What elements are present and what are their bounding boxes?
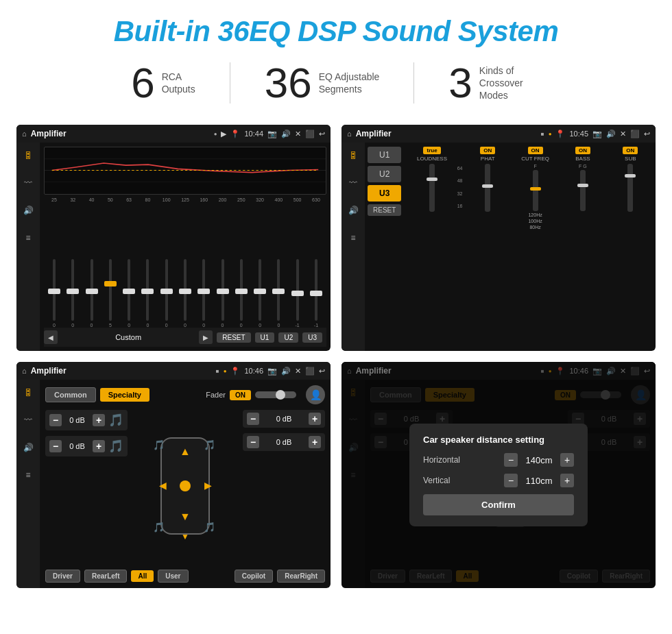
eq-slider-13[interactable]: -1 <box>289 259 307 328</box>
rr-minus[interactable]: − <box>247 436 259 448</box>
common-tab[interactable]: Common <box>45 387 96 402</box>
eq-slider-11[interactable]: 0 <box>251 259 269 328</box>
window-icon[interactable]: ⬛ <box>305 130 315 138</box>
home-icon-2[interactable]: ⌂ <box>347 130 352 138</box>
u1-btn[interactable]: U1 <box>368 147 401 163</box>
cutfreq-label: CUT FREQ <box>521 156 549 162</box>
bass-slider[interactable] <box>580 170 586 211</box>
all-btn[interactable]: All <box>131 570 154 582</box>
u1-button[interactable]: U1 <box>255 332 275 343</box>
u3-btn[interactable]: U3 <box>368 185 401 202</box>
eq-slider-6[interactable]: 0 <box>158 259 176 328</box>
fader-slider[interactable] <box>255 391 296 398</box>
volume-icon-3[interactable]: 🔊 <box>281 367 291 376</box>
close-icon[interactable]: ✕ <box>295 130 301 138</box>
eq-next-btn[interactable]: ▶ <box>199 330 213 344</box>
reset-button[interactable]: RESET <box>217 332 250 343</box>
screen-crossover-time: 10:45 <box>569 130 588 138</box>
eq-slider-12[interactable]: 0 <box>269 259 287 328</box>
waveform-icon-2[interactable]: 〰 <box>346 175 361 191</box>
camera-icon-2[interactable]: 📷 <box>592 130 602 138</box>
sub-slider[interactable] <box>627 164 633 212</box>
volume-icon-2[interactable]: 🔊 <box>606 130 616 138</box>
back-icon-3[interactable]: ↩ <box>319 367 325 376</box>
rr-plus[interactable]: + <box>309 436 321 448</box>
vertical-minus[interactable]: − <box>504 474 518 487</box>
horizontal-minus[interactable]: − <box>504 453 518 467</box>
eq-icon-2[interactable]: 🎛 <box>346 148 361 163</box>
play-icon[interactable]: ▶ <box>221 130 226 138</box>
eq-icon-3[interactable]: 🎛 <box>21 385 36 400</box>
close-icon-2[interactable]: ✕ <box>620 130 626 138</box>
eq-slider-14[interactable]: -1 <box>307 259 325 328</box>
back-icon[interactable]: ↩ <box>319 130 325 138</box>
driver-btn[interactable]: Driver <box>45 570 80 583</box>
freq-label-4: 63 <box>120 197 138 202</box>
eq-prev-btn[interactable]: ◀ <box>44 330 58 344</box>
rearleft-btn[interactable]: RearLeft <box>84 570 128 583</box>
eq-slider-1[interactable]: 0 <box>64 259 82 328</box>
waveform-icon-3[interactable]: 〰 <box>21 413 36 428</box>
home-icon-3[interactable]: ⌂ <box>22 367 27 375</box>
eq-slider-8[interactable]: 0 <box>195 259 213 328</box>
camera-icon-3[interactable]: 📷 <box>267 367 277 376</box>
avatar-btn[interactable]: 👤 <box>306 385 325 404</box>
rearright-btn[interactable]: RearRight <box>277 570 325 583</box>
vertical-plus[interactable]: + <box>560 474 574 487</box>
user-btn[interactable]: User <box>158 570 188 583</box>
eq-slider-7[interactable]: 0 <box>176 259 194 328</box>
phat-label: PHAT <box>481 156 495 162</box>
horizontal-plus[interactable]: + <box>560 453 574 467</box>
eq-slider-4[interactable]: 0 <box>120 259 138 328</box>
svg-point-4 <box>180 480 191 491</box>
speaker-icon-3[interactable]: 🔊 <box>21 440 36 455</box>
back-icon-2[interactable]: ↩ <box>644 130 650 138</box>
dot-icon-3: ■ <box>216 368 219 374</box>
eq-icon[interactable]: 🎛 <box>21 148 36 163</box>
phat-slider[interactable] <box>485 164 490 212</box>
channel-bass: ON BASS F G <box>560 147 605 347</box>
crossover-reset-btn[interactable]: RESET <box>368 204 401 216</box>
loudness-slider[interactable] <box>429 164 435 212</box>
eq-slider-9[interactable]: 0 <box>214 259 232 328</box>
eq-slider-0[interactable]: 0 <box>45 259 63 328</box>
u2-btn[interactable]: U2 <box>368 166 401 182</box>
rl-plus[interactable]: + <box>93 440 105 452</box>
horizontal-value: 140cm <box>522 455 556 465</box>
volume-icon[interactable]: 🔊 <box>281 130 291 138</box>
dialog-vertical-row: Vertical − 110cm + <box>423 474 574 487</box>
rear-left-db: − 0 dB + 🎵 <box>45 436 128 456</box>
speaker-icon[interactable]: 🔊 <box>21 203 36 218</box>
specialty-tab[interactable]: Specialty <box>100 388 149 402</box>
layers-icon-2[interactable]: ≡ <box>346 230 361 245</box>
fl-plus[interactable]: + <box>93 414 105 426</box>
fader-on[interactable]: ON <box>230 390 251 400</box>
window-icon-2[interactable]: ⬛ <box>630 130 640 138</box>
layers-icon[interactable]: ≡ <box>21 230 36 245</box>
freq-label-10: 250 <box>232 197 250 202</box>
fl-minus[interactable]: − <box>49 414 62 426</box>
eq-bottom-bar: ◀ Custom ▶ RESET U1 U2 U3 <box>44 328 326 347</box>
eq-slider-5[interactable]: 0 <box>139 259 156 328</box>
close-icon-3[interactable]: ✕ <box>295 367 301 376</box>
rl-minus[interactable]: − <box>49 440 62 452</box>
dialog-screen-inner: ⌂ Amplifier ■ ● 📍 10:46 📷 🔊 ✕ ⬛ ↩ 🎛 〰 🔊 … <box>341 362 656 588</box>
u3-button[interactable]: U3 <box>302 332 322 343</box>
eq-slider-2[interactable]: 0 <box>83 259 101 328</box>
left-controls: − 0 dB + 🎵 − 0 dB + 🎵 <box>45 410 128 564</box>
copilot-btn[interactable]: Copilot <box>235 570 273 583</box>
window-icon-3[interactable]: ⬛ <box>305 367 315 376</box>
waveform-icon[interactable]: 〰 <box>21 175 36 191</box>
bass-label: BASS <box>575 156 590 162</box>
confirm-button[interactable]: Confirm <box>423 494 574 515</box>
eq-slider-10[interactable]: 0 <box>232 259 250 328</box>
eq-slider-3[interactable]: 5 <box>101 259 119 328</box>
camera-icon[interactable]: 📷 <box>267 130 277 138</box>
fr-plus[interactable]: + <box>309 413 321 425</box>
fr-minus[interactable]: − <box>247 413 259 425</box>
u2-button[interactable]: U2 <box>278 332 298 343</box>
speaker-icon-2[interactable]: 🔊 <box>346 203 361 218</box>
home-icon[interactable]: ⌂ <box>22 130 27 138</box>
layers-icon-3[interactable]: ≡ <box>21 467 36 483</box>
cutfreq-slider[interactable] <box>533 170 538 211</box>
